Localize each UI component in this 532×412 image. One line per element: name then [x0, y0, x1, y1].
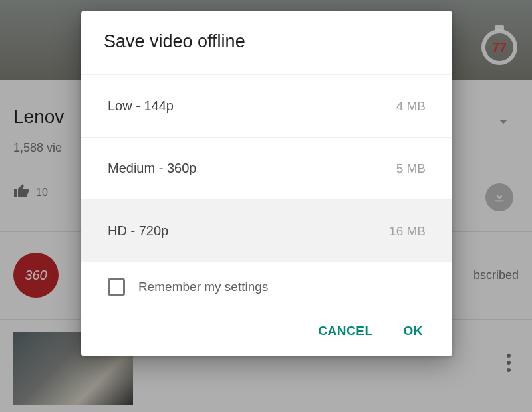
- ok-button[interactable]: OK: [404, 324, 424, 338]
- save-offline-dialog: Save video offline Low - 144p 4 MB Mediu…: [81, 11, 452, 356]
- quality-option-label: Medium - 360p: [108, 161, 196, 176]
- quality-option-low[interactable]: Low - 144p 4 MB: [81, 74, 452, 137]
- dialog-title: Save video offline: [81, 11, 452, 74]
- quality-option-label: Low - 144p: [108, 98, 174, 114]
- remember-settings-row[interactable]: Remember my settings: [81, 262, 452, 314]
- quality-option-label: HD - 720p: [108, 223, 168, 239]
- cancel-button[interactable]: CANCEL: [318, 324, 372, 338]
- quality-option-size: 16 MB: [389, 224, 426, 239]
- dialog-actions: CANCEL OK: [81, 314, 452, 356]
- remember-settings-checkbox[interactable]: [108, 278, 125, 296]
- remember-settings-label: Remember my settings: [138, 280, 268, 294]
- quality-option-size: 4 MB: [396, 99, 426, 114]
- quality-option-hd[interactable]: HD - 720p 16 MB: [81, 199, 452, 262]
- quality-option-medium[interactable]: Medium - 360p 5 MB: [81, 137, 452, 199]
- quality-option-size: 5 MB: [396, 161, 426, 176]
